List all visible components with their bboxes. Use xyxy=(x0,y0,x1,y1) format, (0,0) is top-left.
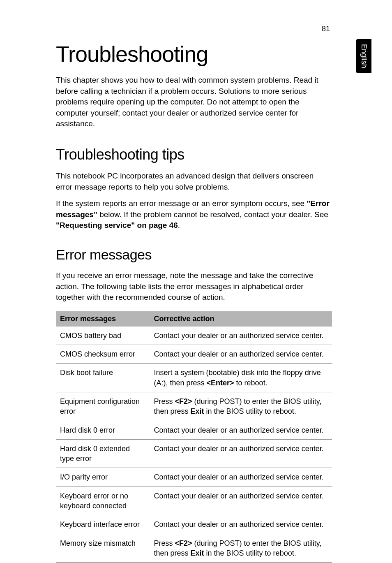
table-row: Hard disk 0 extended type error Contact … xyxy=(56,439,332,468)
intro-paragraph: This chapter shows you how to deal with … xyxy=(56,75,332,130)
error-cell: Disk boot failure xyxy=(56,364,150,392)
action-cell: Contact your dealer or an authorized ser… xyxy=(150,468,332,487)
text-fragment: . xyxy=(178,221,180,229)
action-cell: Press <F2> (during POST) to enter the BI… xyxy=(150,534,332,563)
table-header-error: Error messages xyxy=(56,311,150,327)
table-row: Keyboard error or no keyboard connected … xyxy=(56,487,332,515)
menu-ref: Exit xyxy=(191,407,204,415)
menu-ref: Exit xyxy=(191,549,204,557)
table-row: Disk boot failure Insert a system (boota… xyxy=(56,364,332,392)
table-row: Hard disk 0 error Contact your dealer or… xyxy=(56,421,332,439)
action-cell: Contact your dealer or an authorized ser… xyxy=(150,327,332,345)
table-row: Memory size mismatch Press <F2> (during … xyxy=(56,534,332,563)
error-messages-table: Error messages Corrective action CMOS ba… xyxy=(56,311,332,563)
text-fragment: If the system reports an error message o… xyxy=(56,199,307,208)
table-header-action: Corrective action xyxy=(150,311,332,327)
action-cell: Contact your dealer or an authorized ser… xyxy=(150,515,332,534)
text-fragment: Press xyxy=(154,397,175,405)
error-cell: Keyboard interface error xyxy=(56,515,150,534)
error-cell: Equipment configuration error xyxy=(56,392,150,421)
text-fragment: Press xyxy=(154,539,175,547)
text-fragment: below. If the problem cannot be resolved… xyxy=(97,210,328,219)
table-row: Equipment configuration error Press <F2>… xyxy=(56,392,332,421)
page-number: 81 xyxy=(322,25,330,33)
requesting-service-ref: "Requesting service" on page 46 xyxy=(56,221,178,229)
section-heading-error-messages: Error messages xyxy=(56,247,332,263)
page-title: Troubleshooting xyxy=(56,41,332,67)
table-row: CMOS checksum error Contact your dealer … xyxy=(56,345,332,364)
table-header-row: Error messages Corrective action xyxy=(56,311,332,327)
error-cell: Memory size mismatch xyxy=(56,534,150,563)
key-ref: <Enter> xyxy=(207,379,234,387)
error-cell: CMOS checksum error xyxy=(56,345,150,364)
table-row: CMOS battery bad Contact your dealer or … xyxy=(56,327,332,345)
action-cell: Contact your dealer or an authorized ser… xyxy=(150,421,332,439)
action-cell: Contact your dealer or an authorized ser… xyxy=(150,439,332,468)
section-heading-tips: Troubleshooting tips xyxy=(56,146,332,163)
language-tab: English xyxy=(356,39,371,73)
error-cell: CMOS battery bad xyxy=(56,327,150,345)
error-cell: Hard disk 0 extended type error xyxy=(56,439,150,468)
text-fragment: in the BIOS utility to reboot. xyxy=(204,549,296,557)
action-cell: Insert a system (bootable) disk into the… xyxy=(150,364,332,392)
tips-paragraph-2: If the system reports an error message o… xyxy=(56,198,332,231)
table-row: I/O parity error Contact your dealer or … xyxy=(56,468,332,487)
error-cell: Hard disk 0 error xyxy=(56,421,150,439)
error-messages-paragraph: If you receive an error message, note th… xyxy=(56,270,332,303)
text-fragment: to reboot. xyxy=(234,379,267,387)
error-cell: Keyboard error or no keyboard connected xyxy=(56,487,150,515)
action-cell: Press <F2> (during POST) to enter the BI… xyxy=(150,392,332,421)
main-content: Troubleshooting This chapter shows you h… xyxy=(0,0,392,563)
key-ref: <F2> xyxy=(175,397,192,405)
text-fragment: in the BIOS utility to reboot. xyxy=(204,407,296,415)
action-cell: Contact your dealer or an authorized ser… xyxy=(150,487,332,515)
error-cell: I/O parity error xyxy=(56,468,150,487)
tips-paragraph-1: This notebook PC incorporates an advance… xyxy=(56,171,332,192)
table-row: Keyboard interface error Contact your de… xyxy=(56,515,332,534)
key-ref: <F2> xyxy=(175,539,192,547)
action-cell: Contact your dealer or an authorized ser… xyxy=(150,345,332,364)
